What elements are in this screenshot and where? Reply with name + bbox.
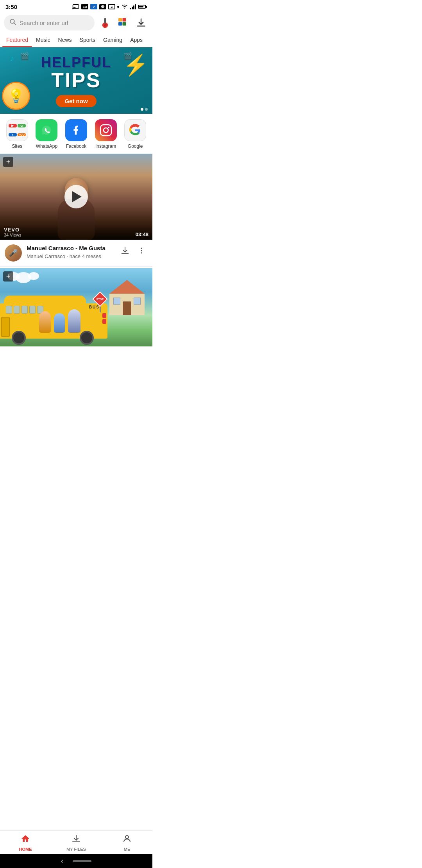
- video-thumbnail-2[interactable]: BUS: [0, 268, 152, 346]
- joystick-button[interactable]: [98, 15, 113, 30]
- banner-indicators: [141, 108, 148, 111]
- svg-rect-9: [118, 22, 122, 26]
- video-add-button-1[interactable]: +: [3, 157, 13, 167]
- svg-point-1: [72, 8, 73, 9]
- characters: [39, 309, 80, 333]
- signal-icon: [130, 4, 136, 9]
- sb-icon: SB: [81, 4, 88, 9]
- channel-avatar-1: 🎤: [5, 244, 22, 262]
- whatsapp-icon: [36, 119, 57, 141]
- video-info-1: 🎤 Manuel Carrasco - Me Gusta Manuel Carr…: [0, 240, 152, 267]
- battery-icon: [138, 5, 147, 9]
- instagram-label: Instagram: [95, 143, 116, 149]
- svg-point-15: [108, 127, 109, 128]
- svg-point-16: [141, 248, 142, 249]
- svg-rect-10: [123, 22, 126, 26]
- cast-icon: [72, 4, 79, 9]
- search-placeholder: Search or enter url: [20, 20, 68, 26]
- stop-sign: STOP: [95, 294, 106, 312]
- banner-dot-2: [145, 108, 148, 111]
- status-icons: SB V 💬 Z: [72, 4, 147, 9]
- vevo-logo: VEVO: [4, 227, 21, 233]
- svg-point-17: [141, 250, 142, 251]
- quick-item-whatsapp[interactable]: WhatsApp: [36, 119, 57, 149]
- apps-grid-button[interactable]: [116, 15, 131, 30]
- separator-1: ·: [67, 253, 70, 259]
- svg-rect-13: [100, 125, 111, 136]
- svg-rect-5: [104, 18, 106, 23]
- chat-icon: 💬: [99, 4, 106, 9]
- sites-icon: ▶ G f FOO: [6, 119, 28, 141]
- banner: ♪ 🎬 🎬 💡 HELPFUL TIPS Get now ⚡: [0, 47, 152, 114]
- search-icon: [9, 18, 16, 27]
- film-icon: 🎬: [20, 52, 29, 61]
- tab-news[interactable]: News: [54, 33, 76, 47]
- tab-featured[interactable]: Featured: [2, 33, 32, 47]
- whatsapp-label: WhatsApp: [36, 143, 57, 149]
- search-bar-row: Search or enter url: [0, 13, 152, 33]
- video-meta-1: Manuel Carrasco - Me Gusta Manuel Carras…: [27, 244, 114, 259]
- wifi-icon: [121, 4, 128, 9]
- quick-item-google[interactable]: Google: [124, 119, 146, 149]
- google-label: Google: [128, 143, 143, 149]
- status-bar: 3:50 SB V 💬 Z: [0, 0, 152, 13]
- video-actions-1: [119, 244, 148, 257]
- instagram-icon: [95, 119, 117, 141]
- notification-dot: [117, 6, 119, 8]
- download-video-button-1[interactable]: [119, 244, 131, 257]
- quick-item-instagram[interactable]: Instagram: [95, 119, 117, 149]
- download-button[interactable]: [134, 15, 148, 30]
- banner-text-area: HELPFUL TIPS Get now: [41, 54, 111, 107]
- svg-rect-7: [118, 18, 122, 22]
- video-add-button-2[interactable]: +: [3, 271, 13, 282]
- facebook-label: Facebook: [66, 143, 87, 149]
- z-icon: Z: [108, 4, 115, 9]
- video-card-1: + VEVO 34 Views 03:48: [0, 154, 152, 240]
- search-input-wrapper[interactable]: Search or enter url: [4, 15, 95, 30]
- svg-point-18: [141, 252, 142, 253]
- status-time: 3:50: [5, 4, 17, 10]
- video-duration: 03:48: [136, 231, 148, 237]
- quick-access-row: ▶ G f FOO Sites: [0, 114, 152, 152]
- play-button-1[interactable]: [64, 185, 88, 208]
- video-card-2: + BUS: [0, 268, 152, 346]
- music-note-icon: ♪: [10, 53, 14, 63]
- tab-sports[interactable]: Sports: [76, 33, 99, 47]
- lightbulb-decoration: 💡: [2, 82, 30, 110]
- tab-gaming[interactable]: Gaming: [99, 33, 126, 47]
- house: [109, 280, 145, 315]
- svg-rect-8: [123, 18, 126, 22]
- nav-tabs: Featured Music News Sports Gaming Apps: [0, 33, 152, 47]
- tab-music[interactable]: Music: [32, 33, 54, 47]
- views-count: 34 Views: [4, 233, 21, 237]
- banner-cta-button[interactable]: Get now: [56, 95, 96, 107]
- svg-line-3: [14, 23, 16, 25]
- tab-apps[interactable]: Apps: [126, 33, 147, 47]
- google-icon: [124, 119, 146, 141]
- time-ago-1: hace 4 meses: [70, 253, 101, 259]
- video-thumbnail-1[interactable]: VEVO 34 Views 03:48: [0, 154, 152, 240]
- quick-item-facebook[interactable]: Facebook: [65, 119, 87, 149]
- svg-point-14: [104, 128, 108, 133]
- channel-name-1: Manuel Carrasco: [27, 253, 65, 259]
- video-title-1: Manuel Carrasco - Me Gusta: [27, 244, 114, 252]
- lightning-decoration: ⚡: [123, 53, 148, 77]
- banner-tips-text: TIPS: [41, 68, 111, 92]
- more-options-button-1[interactable]: [135, 244, 148, 257]
- banner-dot-1: [141, 108, 143, 111]
- svg-point-6: [104, 23, 107, 27]
- quick-item-sites[interactable]: ▶ G f FOO Sites: [6, 119, 28, 149]
- facebook-icon: [65, 119, 87, 141]
- v-icon: V: [90, 4, 97, 9]
- sites-label: Sites: [12, 143, 22, 149]
- video-sub-1: Manuel Carrasco · hace 4 meses: [27, 253, 114, 259]
